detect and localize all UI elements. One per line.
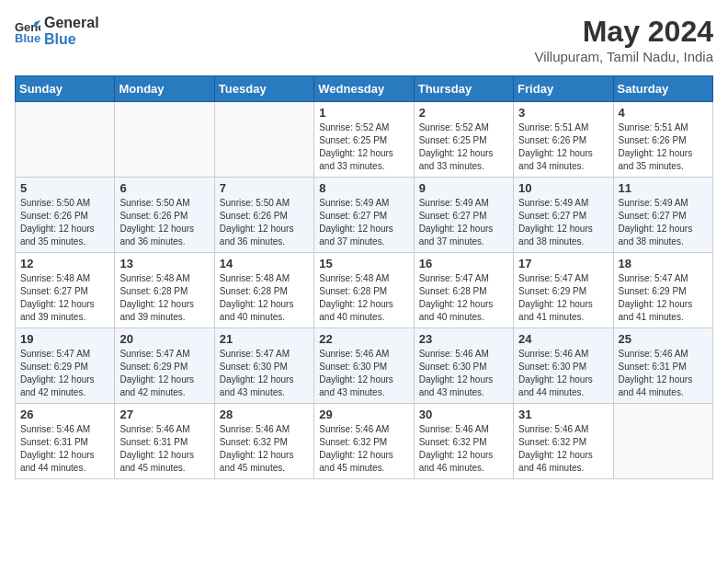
day-number: 19 bbox=[20, 332, 109, 346]
day-info: Sunrise: 5:46 AM Sunset: 6:32 PM Dayligh… bbox=[419, 423, 508, 475]
calendar-day-cell: 14Sunrise: 5:48 AM Sunset: 6:28 PM Dayli… bbox=[214, 253, 313, 328]
day-number: 6 bbox=[119, 181, 209, 195]
calendar-day-cell: 26Sunrise: 5:46 AM Sunset: 6:31 PM Dayli… bbox=[16, 404, 115, 479]
day-number: 21 bbox=[220, 332, 309, 346]
day-number: 29 bbox=[319, 408, 408, 421]
day-info: Sunrise: 5:47 AM Sunset: 6:28 PM Dayligh… bbox=[419, 272, 508, 324]
day-info: Sunrise: 5:49 AM Sunset: 6:27 PM Dayligh… bbox=[518, 197, 608, 248]
day-number: 12 bbox=[20, 257, 109, 270]
day-number: 10 bbox=[518, 181, 608, 195]
calendar-day-cell: 4Sunrise: 5:51 AM Sunset: 6:26 PM Daylig… bbox=[613, 102, 712, 178]
calendar-day-cell: 8Sunrise: 5:49 AM Sunset: 6:27 PM Daylig… bbox=[314, 178, 414, 253]
calendar-day-cell: 18Sunrise: 5:47 AM Sunset: 6:29 PM Dayli… bbox=[613, 253, 712, 328]
day-number: 5 bbox=[20, 181, 109, 195]
day-number: 30 bbox=[419, 408, 508, 421]
calendar-header-saturday: Saturday bbox=[613, 76, 712, 102]
day-number: 24 bbox=[518, 332, 608, 346]
day-info: Sunrise: 5:46 AM Sunset: 6:30 PM Dayligh… bbox=[518, 348, 608, 399]
logo: General Blue General Blue bbox=[15, 15, 99, 47]
day-info: Sunrise: 5:46 AM Sunset: 6:32 PM Dayligh… bbox=[518, 423, 608, 475]
day-info: Sunrise: 5:51 AM Sunset: 6:26 PM Dayligh… bbox=[619, 121, 708, 173]
calendar-day-cell: 2Sunrise: 5:52 AM Sunset: 6:25 PM Daylig… bbox=[414, 102, 513, 178]
day-info: Sunrise: 5:46 AM Sunset: 6:30 PM Dayligh… bbox=[319, 348, 408, 399]
calendar-empty-cell bbox=[16, 102, 115, 178]
day-info: Sunrise: 5:47 AM Sunset: 6:29 PM Dayligh… bbox=[119, 348, 209, 399]
calendar-week-row: 19Sunrise: 5:47 AM Sunset: 6:29 PM Dayli… bbox=[16, 328, 713, 404]
day-info: Sunrise: 5:50 AM Sunset: 6:26 PM Dayligh… bbox=[119, 197, 209, 248]
logo-blue-text: Blue bbox=[44, 31, 76, 47]
calendar-day-cell: 1Sunrise: 5:52 AM Sunset: 6:25 PM Daylig… bbox=[314, 102, 414, 178]
title-area: May 2024 Villupuram, Tamil Nadu, India bbox=[534, 15, 713, 64]
day-info: Sunrise: 5:50 AM Sunset: 6:26 PM Dayligh… bbox=[220, 197, 309, 248]
day-number: 17 bbox=[518, 257, 608, 270]
day-number: 16 bbox=[419, 257, 508, 270]
calendar-day-cell: 24Sunrise: 5:46 AM Sunset: 6:30 PM Dayli… bbox=[514, 328, 613, 404]
day-info: Sunrise: 5:47 AM Sunset: 6:29 PM Dayligh… bbox=[518, 272, 608, 324]
day-info: Sunrise: 5:48 AM Sunset: 6:27 PM Dayligh… bbox=[20, 272, 109, 324]
calendar-day-cell: 15Sunrise: 5:48 AM Sunset: 6:28 PM Dayli… bbox=[314, 253, 414, 328]
day-info: Sunrise: 5:49 AM Sunset: 6:27 PM Dayligh… bbox=[319, 197, 408, 248]
calendar-header-tuesday: Tuesday bbox=[214, 76, 313, 102]
day-info: Sunrise: 5:52 AM Sunset: 6:25 PM Dayligh… bbox=[319, 121, 408, 173]
day-number: 2 bbox=[419, 106, 508, 120]
month-year: May 2024 bbox=[534, 15, 713, 49]
day-info: Sunrise: 5:47 AM Sunset: 6:29 PM Dayligh… bbox=[20, 348, 109, 399]
calendar-day-cell: 19Sunrise: 5:47 AM Sunset: 6:29 PM Dayli… bbox=[16, 328, 115, 404]
calendar-empty-cell bbox=[214, 102, 313, 178]
day-info: Sunrise: 5:47 AM Sunset: 6:30 PM Dayligh… bbox=[220, 348, 309, 399]
svg-text:Blue: Blue bbox=[15, 31, 40, 44]
day-number: 31 bbox=[518, 408, 608, 421]
day-info: Sunrise: 5:50 AM Sunset: 6:26 PM Dayligh… bbox=[20, 197, 109, 248]
day-number: 13 bbox=[119, 257, 209, 270]
calendar-header-sunday: Sunday bbox=[16, 76, 115, 102]
calendar-week-row: 12Sunrise: 5:48 AM Sunset: 6:27 PM Dayli… bbox=[16, 253, 713, 328]
calendar-day-cell: 22Sunrise: 5:46 AM Sunset: 6:30 PM Dayli… bbox=[314, 328, 414, 404]
day-number: 27 bbox=[119, 408, 209, 421]
calendar-day-cell: 25Sunrise: 5:46 AM Sunset: 6:31 PM Dayli… bbox=[613, 328, 712, 404]
calendar-day-cell: 7Sunrise: 5:50 AM Sunset: 6:26 PM Daylig… bbox=[214, 178, 313, 253]
day-info: Sunrise: 5:48 AM Sunset: 6:28 PM Dayligh… bbox=[319, 272, 408, 324]
day-info: Sunrise: 5:46 AM Sunset: 6:31 PM Dayligh… bbox=[119, 423, 209, 475]
calendar-day-cell: 11Sunrise: 5:49 AM Sunset: 6:27 PM Dayli… bbox=[613, 178, 712, 253]
day-number: 25 bbox=[619, 332, 708, 346]
day-number: 28 bbox=[220, 408, 309, 421]
calendar-week-row: 26Sunrise: 5:46 AM Sunset: 6:31 PM Dayli… bbox=[16, 404, 713, 479]
day-info: Sunrise: 5:46 AM Sunset: 6:30 PM Dayligh… bbox=[419, 348, 508, 399]
calendar-day-cell: 9Sunrise: 5:49 AM Sunset: 6:27 PM Daylig… bbox=[414, 178, 513, 253]
calendar-week-row: 5Sunrise: 5:50 AM Sunset: 6:26 PM Daylig… bbox=[16, 178, 713, 253]
day-number: 22 bbox=[319, 332, 408, 346]
day-number: 4 bbox=[619, 106, 708, 120]
logo-icon: General Blue bbox=[15, 18, 40, 44]
calendar-day-cell: 29Sunrise: 5:46 AM Sunset: 6:32 PM Dayli… bbox=[314, 404, 414, 479]
calendar-header-thursday: Thursday bbox=[414, 76, 513, 102]
calendar-day-cell: 27Sunrise: 5:46 AM Sunset: 6:31 PM Dayli… bbox=[115, 404, 214, 479]
day-info: Sunrise: 5:49 AM Sunset: 6:27 PM Dayligh… bbox=[619, 197, 708, 248]
calendar-day-cell: 28Sunrise: 5:46 AM Sunset: 6:32 PM Dayli… bbox=[214, 404, 313, 479]
day-number: 14 bbox=[220, 257, 309, 270]
calendar-header-wednesday: Wednesday bbox=[314, 76, 414, 102]
day-info: Sunrise: 5:48 AM Sunset: 6:28 PM Dayligh… bbox=[220, 272, 309, 324]
day-number: 1 bbox=[319, 106, 408, 120]
day-number: 11 bbox=[619, 181, 708, 195]
calendar-day-cell: 23Sunrise: 5:46 AM Sunset: 6:30 PM Dayli… bbox=[414, 328, 513, 404]
calendar-header-friday: Friday bbox=[514, 76, 613, 102]
day-number: 18 bbox=[619, 257, 708, 270]
calendar-header-row: SundayMondayTuesdayWednesdayThursdayFrid… bbox=[16, 76, 713, 102]
calendar-day-cell: 20Sunrise: 5:47 AM Sunset: 6:29 PM Dayli… bbox=[115, 328, 214, 404]
day-info: Sunrise: 5:47 AM Sunset: 6:29 PM Dayligh… bbox=[619, 272, 708, 324]
day-info: Sunrise: 5:46 AM Sunset: 6:32 PM Dayligh… bbox=[220, 423, 309, 475]
day-number: 3 bbox=[518, 106, 608, 120]
calendar-empty-cell bbox=[613, 404, 712, 479]
day-number: 23 bbox=[419, 332, 508, 346]
day-info: Sunrise: 5:49 AM Sunset: 6:27 PM Dayligh… bbox=[419, 197, 508, 248]
calendar-day-cell: 31Sunrise: 5:46 AM Sunset: 6:32 PM Dayli… bbox=[514, 404, 613, 479]
day-number: 8 bbox=[319, 181, 408, 195]
day-info: Sunrise: 5:46 AM Sunset: 6:31 PM Dayligh… bbox=[20, 423, 109, 475]
calendar-day-cell: 17Sunrise: 5:47 AM Sunset: 6:29 PM Dayli… bbox=[514, 253, 613, 328]
location: Villupuram, Tamil Nadu, India bbox=[534, 49, 713, 64]
calendar-day-cell: 16Sunrise: 5:47 AM Sunset: 6:28 PM Dayli… bbox=[414, 253, 513, 328]
day-number: 15 bbox=[319, 257, 408, 270]
calendar-day-cell: 30Sunrise: 5:46 AM Sunset: 6:32 PM Dayli… bbox=[414, 404, 513, 479]
calendar-day-cell: 21Sunrise: 5:47 AM Sunset: 6:30 PM Dayli… bbox=[214, 328, 313, 404]
day-number: 20 bbox=[119, 332, 209, 346]
